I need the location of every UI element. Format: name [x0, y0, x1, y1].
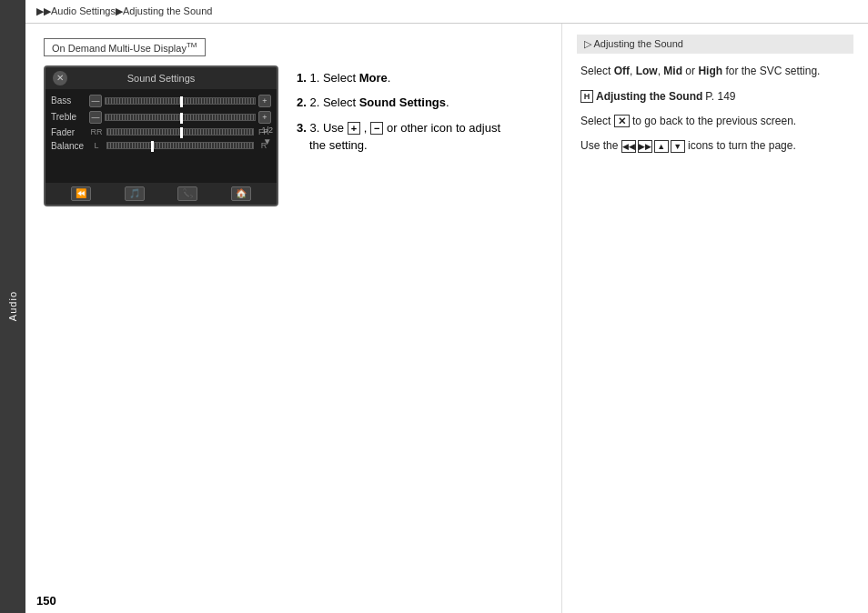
screen-btn-treble-plus[interactable]: + — [258, 111, 271, 124]
main-content: ▶▶Audio Settings▶Adjusting the Sound On … — [25, 0, 868, 613]
screen-btn-treble-minus[interactable]: — — [89, 111, 102, 124]
step3-mid2: or other icon to adjust — [387, 121, 500, 135]
screen-slider-track-balance — [107, 143, 253, 148]
side-panel-para3: Use the ◀◀ ▶▶ ▲ ▼ icons to turn the page… — [580, 137, 850, 155]
para2-suffix: to go back to the previous screen. — [632, 115, 796, 127]
screen-row-balance-label: Balance — [51, 141, 89, 151]
para1-suffix: for the SVC setting. — [722, 65, 820, 77]
screen-row-bass-label: Bass — [51, 95, 89, 106]
screen-page-num: 1/2 — [261, 126, 273, 135]
step1-prefix: 1. Select — [309, 71, 358, 85]
screen-title: Sound Settings — [67, 73, 255, 84]
side-panel-header-text: ▷ Adjusting the Sound — [584, 38, 683, 50]
display-badge-tm: TM — [187, 41, 197, 49]
screen-slider-area-balance: L R — [89, 141, 271, 150]
screen-row-fader-label: Fader — [51, 127, 89, 137]
para1-off: Off — [614, 65, 630, 77]
screen-footer-btn-3[interactable]: 📞 — [177, 186, 197, 201]
screen-slider-area-treble: — + — [89, 111, 271, 124]
para3-suffix: icons to turn the page. — [688, 139, 796, 152]
nav-icon-up: ▲ — [654, 140, 669, 153]
screen-slider-treble — [105, 114, 256, 121]
para1-mid: Mid — [663, 65, 682, 77]
breadcrumb: ▶▶Audio Settings▶Adjusting the Sound — [25, 0, 868, 24]
screen-footer-btn-4[interactable]: 🏠 — [231, 186, 251, 201]
step2-num: 2. — [297, 95, 307, 109]
nav-icon-prev-prev: ◀◀ — [621, 140, 636, 153]
screen-and-instructions: ✕ Sound Settings Bass — — [44, 65, 543, 221]
step3-line2: the setting. — [297, 138, 368, 152]
screen-fader-left-label: RR — [89, 127, 104, 136]
para2-prefix: Select — [580, 115, 614, 127]
step3-mid1: , — [364, 121, 370, 135]
screen-content-area: Bass — + Tre — [45, 89, 277, 156]
screen-slider-balance — [106, 142, 254, 149]
side-panel-para2: Select ✕ to go back to the previous scre… — [580, 113, 850, 130]
step3-num: 3. — [297, 121, 307, 135]
para1-prefix: Select — [580, 65, 614, 77]
screen-row-bass: Bass — + — [45, 93, 277, 109]
nav-icons-row: ◀◀ ▶▶ ▲ ▼ — [621, 140, 685, 153]
screen-mockup: ✕ Sound Settings Bass — — [44, 65, 278, 206]
screen-slider-thumb-fader — [180, 127, 183, 138]
screen-slider-area-bass: — + — [89, 95, 271, 107]
para1-low: Low — [636, 65, 658, 77]
instruction-step1: 1. 1. Select More. — [297, 69, 543, 87]
step3-prefix: 3. Use — [309, 121, 347, 135]
screen-slider-bass — [105, 97, 256, 105]
display-badge-text: On Demand Multi-Use Display — [52, 43, 187, 54]
breadcrumb-text: ▶▶Audio Settings▶Adjusting the Sound — [36, 5, 212, 16]
screen-slider-thumb-bass — [180, 96, 183, 107]
content-area: On Demand Multi-Use DisplayTM ✕ Sound Se… — [25, 24, 868, 613]
sidebar-label: Audio — [7, 291, 18, 321]
para3-prefix: Use the — [580, 139, 621, 152]
right-column: ▷ Adjusting the Sound Select Off, Low, M… — [562, 24, 868, 613]
instruction-step3: 3. 3. Use + , − or other icon to adjust … — [297, 119, 543, 155]
screen-btn-bass-minus[interactable]: — — [89, 95, 102, 107]
step2-bold: Sound Settings — [359, 95, 446, 109]
side-link: H Adjusting the Sound P. 149 — [580, 88, 735, 106]
page-number: 150 — [25, 588, 67, 613]
instruction-step2: 2. 2. Select Sound Settings. — [297, 94, 543, 112]
link-page: P. 149 — [705, 88, 735, 106]
left-column: On Demand Multi-Use DisplayTM ✕ Sound Se… — [25, 24, 562, 613]
display-badge: On Demand Multi-Use DisplayTM — [44, 38, 206, 56]
screen-slider-thumb-balance — [151, 141, 154, 152]
para2-x-icon: ✕ — [614, 115, 630, 127]
screen-row-treble: Treble — + — [45, 109, 277, 126]
screen-footer-btn-1[interactable]: ⏪ — [71, 186, 91, 201]
screen-balance-left-label: L — [89, 141, 104, 150]
instructions: 1. 1. Select More. 2. 2. Select Sound Se… — [297, 65, 543, 162]
nav-icon-next-next: ▶▶ — [638, 140, 652, 153]
screen-row-treble-label: Treble — [51, 112, 89, 122]
step2-prefix: 2. Select — [309, 95, 358, 109]
sidebar: Audio — [0, 0, 25, 613]
side-panel-para1: Select Off, Low, Mid or High for the SVC… — [580, 63, 850, 80]
link-icon-h: H — [580, 90, 593, 103]
screen-slider-area-fader: RR FR — [89, 127, 271, 136]
side-panel-para-link: H Adjusting the Sound P. 149 — [580, 87, 850, 106]
screen-slider-thumb-treble — [180, 113, 183, 124]
step1-bold: More — [359, 71, 388, 85]
side-panel-content: Select Off, Low, Mid or High for the SVC… — [577, 63, 853, 155]
link-text: Adjusting the Sound — [596, 88, 702, 106]
screen-row-fader: Fader RR FR — [45, 126, 277, 139]
step2-suffix: . — [446, 95, 449, 109]
side-panel-header: ▷ Adjusting the Sound — [577, 35, 853, 54]
step3-plus-icon: + — [348, 122, 360, 135]
step1-suffix: . — [388, 71, 391, 85]
para1-high: High — [698, 65, 722, 77]
step1-num: 1. — [297, 71, 307, 85]
screen-footer: ⏪ 🎵 📞 🏠 — [45, 183, 277, 205]
screen-row-balance: Balance L R — [45, 139, 277, 153]
screen-btn-bass-plus[interactable]: + — [258, 95, 271, 107]
screen-slider-fader — [106, 128, 254, 136]
step3-minus-icon: − — [370, 122, 383, 135]
screen-close-btn[interactable]: ✕ — [53, 71, 67, 85]
screen-page-arrow-down[interactable]: ▼ — [263, 136, 272, 146]
screen-header: ✕ Sound Settings — [45, 67, 277, 89]
screen-page-indicator: 1/2 ▼ — [261, 126, 273, 146]
nav-icon-down: ▼ — [671, 140, 685, 153]
screen-footer-btn-2[interactable]: 🎵 — [125, 186, 145, 201]
